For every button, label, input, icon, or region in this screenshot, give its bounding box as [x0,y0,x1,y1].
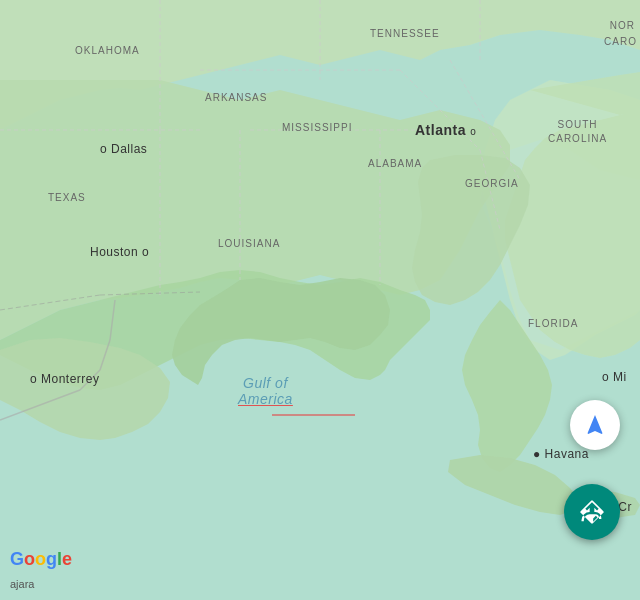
compass-button[interactable] [570,400,620,450]
bottom-text: ajara [10,578,34,590]
directions-button[interactable] [564,484,620,540]
map-svg [0,0,640,600]
map-container: OKLAHOMA TENNESSEE ARKANSAS MISSISSIPPI … [0,0,640,600]
directions-icon [578,498,606,526]
navigation-icon [583,413,607,437]
google-logo: Google [10,549,72,570]
